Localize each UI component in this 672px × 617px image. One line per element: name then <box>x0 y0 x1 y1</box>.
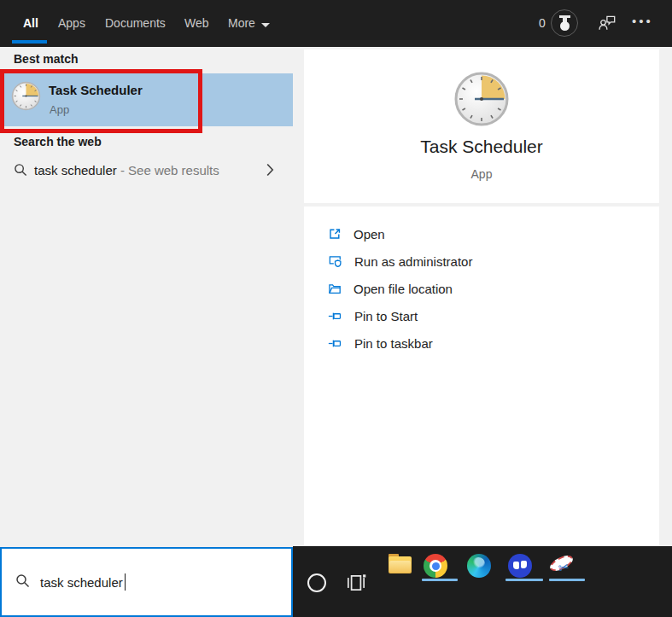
feedback-icon[interactable] <box>599 15 617 35</box>
action-label: Open file location <box>354 282 453 296</box>
pin-icon <box>328 310 342 323</box>
best-match-item[interactable] <box>0 73 293 126</box>
action-pin-to-taskbar[interactable]: Pin to taskbar <box>304 329 659 357</box>
chrome-inner-dot <box>432 562 440 570</box>
blue-chat-app-icon[interactable] <box>508 554 532 578</box>
preview-app-type: App <box>304 167 659 181</box>
web-suggestion-row[interactable]: task scheduler - See web results <box>0 156 295 185</box>
snipping-tool-icon[interactable]: ✂ <box>548 555 577 579</box>
pin-icon <box>328 337 342 350</box>
action-run-as-administrator[interactable]: Run as administrator <box>304 247 659 275</box>
search-input[interactable]: task scheduler <box>0 547 293 617</box>
best-match-header: Best match <box>14 52 78 66</box>
running-indicator-blue-app <box>505 579 543 581</box>
preview-actions-card: Open Run as administrator Open file loca… <box>304 207 659 546</box>
search-icon <box>15 573 30 591</box>
tab-documents[interactable]: Documents <box>105 16 166 30</box>
text-cursor <box>125 573 126 591</box>
cortana-icon[interactable] <box>307 573 326 592</box>
file-explorer-icon[interactable] <box>389 554 412 573</box>
folder-front <box>389 561 411 573</box>
chat-bubble-left <box>513 562 519 569</box>
web-separator: - <box>120 163 125 178</box>
web-suggestion-text: task scheduler - See web results <box>34 163 219 178</box>
web-query: task scheduler <box>34 163 117 178</box>
tab-web[interactable]: Web <box>184 16 209 30</box>
running-indicator-chrome <box>422 579 458 581</box>
action-pin-to-start[interactable]: Pin to Start <box>304 302 659 329</box>
chevron-right-icon[interactable] <box>266 163 274 180</box>
search-input-value: task scheduler <box>40 575 123 590</box>
taskbar: ✂ <box>293 546 672 617</box>
medal-ball <box>560 21 570 31</box>
tab-more[interactable]: More <box>228 16 270 30</box>
rewards-points-count: 0 <box>539 16 546 30</box>
web-hint: See web results <box>128 163 219 178</box>
search-filter-bar: All Apps Documents Web More 0 ••• <box>0 0 672 47</box>
action-label: Pin to Start <box>354 309 418 323</box>
selected-tab-underline <box>12 40 47 44</box>
more-options-ellipsis-icon[interactable]: ••• <box>632 14 653 28</box>
search-the-web-header: Search the web <box>14 135 102 148</box>
action-label: Run as administrator <box>354 254 472 269</box>
best-match-type: App <box>50 103 69 116</box>
chevron-down-icon <box>261 23 270 27</box>
edge-icon[interactable] <box>467 554 491 578</box>
action-open-file-location[interactable]: Open file location <box>304 275 659 302</box>
preview-app-title: Task Scheduler <box>304 137 659 157</box>
rewards-medal-icon[interactable] <box>551 9 578 37</box>
action-label: Open <box>354 227 385 242</box>
best-match-title: Task Scheduler <box>49 83 143 97</box>
chat-bubble-right <box>521 561 527 568</box>
action-open[interactable]: Open <box>304 220 659 247</box>
preview-header-card: Task Scheduler App <box>304 49 659 203</box>
action-label: Pin to taskbar <box>354 336 433 351</box>
open-file-location-icon <box>328 282 342 295</box>
search-icon <box>14 163 27 180</box>
edge-swirl <box>471 557 485 568</box>
tab-more-label: More <box>228 16 255 30</box>
task-view-icon[interactable] <box>344 571 368 598</box>
running-indicator-snip <box>549 579 585 581</box>
run-as-administrator-icon <box>328 254 342 268</box>
tab-apps[interactable]: Apps <box>58 16 85 30</box>
tab-all[interactable]: All <box>23 16 38 30</box>
chrome-icon[interactable] <box>424 554 447 578</box>
windows-search-flyout: All Apps Documents Web More 0 ••• Best m… <box>0 0 672 617</box>
task-scheduler-clock-icon <box>11 81 41 111</box>
task-scheduler-clock-icon-large <box>453 71 510 127</box>
open-icon <box>328 227 342 241</box>
